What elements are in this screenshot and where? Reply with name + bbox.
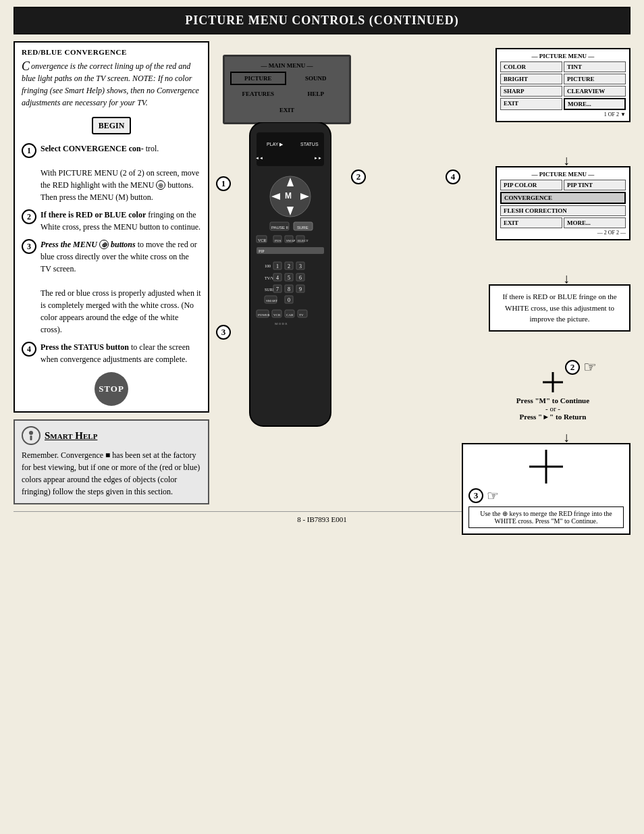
step-4-content: Press the STATUS button to clear the scr… [41,341,201,365]
pm1-sharp: SHARP [500,86,562,97]
step-3-extra: The red or blue cross is properly adjust… [41,288,201,334]
svg-text:◄◄: ◄◄ [255,156,263,160]
svg-text:SMART: SMART [266,299,277,303]
svg-rect-3 [257,132,324,166]
pm1-page: 1 OF 2 ▼ [500,111,626,118]
pm2-page: — 2 OF 2 — [500,230,626,236]
smart-help-text: Remember. Convergence [22,450,105,460]
main-layout: RED/BLUE CONVERGENCE Convergence is the … [14,41,630,504]
step-1: 1 Select CONVERGENCE con- trol. With PIC… [22,142,201,203]
picture-menu-1-title: — PICTURE MENU — [500,53,626,59]
svg-text:TV: TV [299,313,304,317]
menu-features-btn: FEATURES [230,87,286,101]
diagram-area: — MAIN MENU — PICTURE SOUND FEATURES HEL… [216,41,630,480]
svg-text:4: 4 [276,275,279,281]
section-title: RED/BLUE CONVERGENCE [22,48,201,56]
main-menu-grid: PICTURE SOUND FEATURES HELP [230,72,344,101]
press-back-text: Press "►" to Return [482,413,624,421]
step-label-1-diagram: 1 [216,176,231,191]
page: Picture Menu Controls (Continued) RED/BL… [0,0,644,834]
pm1-picture: PICTURE [564,74,626,84]
main-menu-title: — MAIN MENU — [230,62,344,69]
step-3-indicator: 3 ☞ [468,488,624,504]
svg-text:PIP: PIP [259,249,265,253]
footer-text: 8 - IB7893 E001 [297,515,347,523]
step-label-4-diagram: 4 [446,170,460,184]
svg-text:SWAP: SWAP [286,239,296,242]
step-2-bold: If there is RED or BLUE color [41,210,146,219]
step-label-3-diagram: 3 [216,325,231,340]
svg-text:PLAY ▶: PLAY ▶ [267,142,284,147]
step-1-rest: trol. [146,144,159,153]
step-2: 2 If there is RED or BLUE color fringing… [22,209,201,233]
pm1-more: MORE... [564,98,626,110]
step-4: 4 Press the STATUS button to clear the s… [22,341,201,365]
pm2-pip-color: PIP COLOR [500,180,562,190]
pm1-bright: BRIGHT [500,74,562,84]
picture-menu-2: — PICTURE MENU — PIP COLOR PIP TINT CONV… [495,166,630,240]
pm1-color: COLOR [500,61,562,72]
instruction-box-2: 3 ☞ Use the ⊕ keys to merge the RED frin… [462,443,630,535]
svg-text:ELECT: ELECT [298,239,308,242]
svg-text:►►: ►► [314,156,322,160]
stop-button[interactable]: STOP [95,372,128,406]
step-4-bold: Press the STATUS button [41,342,129,352]
step-4-number: 4 [22,342,36,357]
smart-help-icon [22,426,41,445]
pm2-pip-tint: PIP TINT [564,180,626,190]
svg-text:M: M [285,191,292,201]
pm1-tint: TINT [564,61,626,72]
step-3-content: Press the MENU ⊕ buttons to move the red… [41,238,201,336]
svg-text:M   O   D   E: M O D E [275,322,287,325]
intro-paragraph: Convergence is the correct lining up of … [22,60,201,109]
svg-text:0: 0 [288,297,290,303]
svg-text:5: 5 [288,275,290,281]
step-3-circle: 3 [468,488,483,503]
svg-rect-1 [30,436,32,440]
step-2-content: If there is RED or BLUE color fringing o… [41,209,201,233]
pm1-exit: EXIT [500,98,562,110]
menu-help-btn: HELP [288,87,344,101]
svg-text:9: 9 [299,286,302,292]
step-1-content: Select CONVERGENCE con- trol. With PICTU… [41,142,201,203]
convergence-section: RED/BLUE CONVERGENCE Convergence is the … [14,41,209,413]
picture-menu-1: — PICTURE MENU — COLOR TINT BRIGHT PICTU… [495,48,630,122]
svg-point-0 [29,431,33,435]
tv-diagram: — MAIN MENU — PICTURE SOUND FEATURES HEL… [223,55,351,124]
pm1-clearview: CLEARVIEW [564,86,626,97]
svg-rect-26 [257,247,324,254]
menu-picture-btn: PICTURE [230,72,286,85]
svg-text:STATUS: STATUS [300,142,319,147]
svg-text:6: 6 [299,275,302,281]
svg-text:SURE: SURE [297,226,308,230]
step-1-bold: Select CONVERGENCE con- [41,144,144,153]
svg-text:8: 8 [288,286,290,292]
header-title: Picture Menu Controls (Continued) [185,14,459,27]
smart-help-section: Smart Help Remember. Convergence ■ has b… [14,419,209,504]
step-1-number: 1 [22,143,36,158]
intro-text: Convergence is the correct lining up of … [22,61,199,107]
remote-control: PLAY ▶ STATUS ◄◄ ►► M P [236,122,371,463]
step-3: 3 Press the MENU ⊕ buttons to move the r… [22,238,201,336]
remote-svg: PLAY ▶ STATUS ◄◄ ►► M P [236,122,344,460]
page-header: Picture Menu Controls (Continued) [14,7,630,34]
pm2-more: MORE... [564,217,626,228]
smart-help-body: Remember. Convergence ■ has been set at … [22,449,201,498]
svg-text:3: 3 [299,263,302,269]
hand-icon-3: ☞ [487,488,499,504]
menu-sound-btn: SOUND [288,72,344,85]
svg-text:POS: POS [275,239,281,242]
step-2-number: 2 [22,209,36,224]
pm2-flesh: FLESH CORRECTION [500,205,626,216]
press-m-text: Press "M" to Continue [482,396,624,405]
right-column: — MAIN MENU — PICTURE SOUND FEATURES HEL… [216,41,630,504]
press-m-area: Press "M" to Continue - or - Press "►" t… [482,372,624,421]
svg-text:POWER: POWER [258,313,270,317]
svg-text:7: 7 [276,286,279,292]
svg-text:VCR: VCR [258,238,266,242]
section-body: Convergence is the correct lining up of … [22,60,201,406]
smart-help-title: Smart Help [45,430,97,442]
stop-button-container: STOP [22,372,201,406]
begin-button[interactable]: BEGIN [92,117,132,134]
menu-exit-btn: EXIT [267,103,307,117]
